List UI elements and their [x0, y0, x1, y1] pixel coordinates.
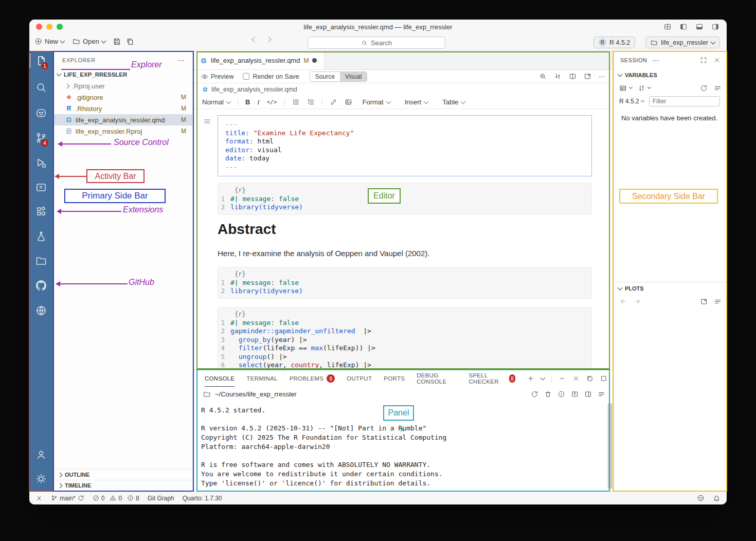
forward-button[interactable]: [266, 38, 271, 42]
export-console-icon[interactable]: [571, 390, 579, 398]
link-button[interactable]: [330, 98, 337, 106]
clear-console-icon[interactable]: [544, 390, 552, 398]
checkbox-icon[interactable]: [243, 73, 249, 80]
quarto-version-status-item[interactable]: Quarto: 1.7.30: [183, 495, 222, 502]
tab-ports[interactable]: PORTS: [384, 370, 405, 387]
file-row[interactable]: R .Rhistory M: [53, 103, 192, 114]
run-debug-icon[interactable]: [35, 157, 47, 169]
format-menu[interactable]: Format: [363, 98, 390, 106]
minimize-panel-icon[interactable]: [559, 375, 566, 382]
settings-gear-icon[interactable]: [35, 473, 47, 485]
tab-problems[interactable]: PROBLEMS8: [290, 370, 335, 387]
explorer-more-actions-icon[interactable]: ⋯: [177, 56, 185, 64]
working-directory[interactable]: ~/Courses/life_exp_rressler: [215, 390, 297, 398]
variables-filter-input[interactable]: [649, 96, 720, 106]
restart-console-icon[interactable]: [531, 390, 538, 398]
tab-console[interactable]: CONSOLE: [205, 370, 235, 387]
compare-changes-icon[interactable]: [554, 73, 562, 80]
file-row[interactable]: life_exp_rressler.Rproj M: [53, 125, 192, 137]
open-plot-window-icon[interactable]: [700, 298, 708, 305]
feedback-smiley-icon[interactable]: [697, 494, 705, 502]
editor-more-actions-icon[interactable]: ⋯: [599, 73, 606, 80]
open-button[interactable]: Open: [73, 38, 105, 45]
block-menu-icon[interactable]: [203, 117, 211, 125]
search-icon[interactable]: [35, 81, 47, 94]
chevron-down-icon[interactable]: [629, 85, 633, 89]
group-variables-icon[interactable]: [619, 84, 627, 92]
explorer-root-folder[interactable]: LIFE_EXP_RRESSLER: [53, 69, 192, 80]
chevron-down-icon[interactable]: [647, 85, 651, 89]
console-output[interactable]: R 4.5.2 started. R version 4.5.2 (2025-1…: [193, 401, 614, 492]
testing-flask-icon[interactable]: [35, 230, 47, 243]
numbered-list-button[interactable]: [307, 98, 315, 106]
table-menu[interactable]: Table: [442, 98, 465, 106]
connections-globe-icon[interactable]: [35, 304, 47, 317]
yaml-metadata-block[interactable]: --- title: "Examine Life Expectancy" for…: [218, 115, 592, 176]
render-on-save-checkbox[interactable]: Render on Save: [243, 73, 299, 80]
toggle-panel-icon[interactable]: [695, 23, 704, 31]
minimize-window-button[interactable]: [46, 24, 52, 30]
remote-indicator-icon[interactable]: [35, 495, 43, 502]
close-window-button[interactable]: [36, 24, 42, 30]
search-input[interactable]: Search: [308, 37, 445, 49]
split-editor-icon[interactable]: [569, 73, 577, 80]
back-button[interactable]: [253, 38, 257, 42]
github-icon[interactable]: [35, 279, 47, 292]
inspect-icon[interactable]: [539, 73, 547, 80]
previous-plot-icon[interactable]: [619, 297, 627, 305]
maximize-panel-icon[interactable]: [600, 375, 607, 382]
chevron-down-icon[interactable]: [541, 375, 546, 381]
insert-menu[interactable]: Insert: [405, 98, 428, 106]
git-graph-status-item[interactable]: Git Graph: [148, 495, 174, 502]
unsaved-dot-icon[interactable]: [312, 58, 317, 63]
session-more-actions-icon[interactable]: ⋯: [652, 56, 660, 64]
new-terminal-icon[interactable]: [527, 375, 534, 382]
code-cell[interactable]: {r} 1#| message: false 2gapminder::gapmi…: [218, 307, 592, 370]
console-scrollbar-thumb[interactable]: [608, 403, 612, 489]
customize-layout-icon[interactable]: [663, 23, 672, 31]
save-all-button[interactable]: [126, 38, 134, 46]
timeline-section[interactable]: TIMELINE: [53, 480, 192, 491]
assistant-icon[interactable]: [35, 107, 47, 119]
console-info-icon[interactable]: [557, 390, 565, 398]
account-icon[interactable]: [35, 448, 47, 461]
open-preview-side-icon[interactable]: [584, 73, 591, 80]
variables-section-header[interactable]: VARIABLES: [614, 69, 727, 81]
editor-content[interactable]: --- title: "Examine Life Expectancy" for…: [193, 109, 614, 370]
code-cell[interactable]: {r} 1#| message: false 2library(tidyvers…: [218, 267, 592, 299]
diagnostics-status[interactable]: 0 0 8: [93, 495, 139, 502]
code-button[interactable]: </>: [267, 99, 277, 105]
toggle-primary-sidebar-icon[interactable]: [679, 23, 688, 31]
project-selector[interactable]: life_exp_rressler: [645, 37, 720, 48]
save-button[interactable]: [113, 38, 121, 46]
tab-spell-checker[interactable]: SPELL CHECKER8: [469, 370, 515, 387]
plots-options-icon[interactable]: [714, 298, 722, 305]
outline-section[interactable]: OUTLINE: [53, 469, 192, 480]
file-row-selected[interactable]: life_exp_analysis_ressler.qmd M: [53, 114, 192, 125]
paragraph-style-dropdown[interactable]: Normal: [202, 98, 230, 106]
preview-button[interactable]: Preview: [201, 73, 233, 80]
tab-output[interactable]: OUTPUT: [347, 370, 372, 387]
image-button[interactable]: [345, 98, 352, 106]
variables-options-icon[interactable]: [714, 84, 722, 92]
editor-tab[interactable]: life_exp_analysis_ressler.qmd M: [193, 51, 325, 69]
file-row[interactable]: .Rproj.user: [53, 80, 192, 92]
console-options-icon[interactable]: [598, 390, 605, 398]
restore-panel-icon[interactable]: [586, 375, 593, 382]
plots-section-header[interactable]: PLOTS: [614, 282, 727, 295]
new-button[interactable]: New: [34, 38, 64, 45]
extensions-icon[interactable]: [35, 205, 47, 218]
zoom-window-button[interactable]: [57, 24, 63, 30]
breadcrumb[interactable]: life_exp_analysis_ressler.qmd: [193, 83, 614, 96]
sort-variables-icon[interactable]: [638, 84, 645, 92]
file-row[interactable]: .gitignore M: [53, 92, 192, 103]
move-console-icon[interactable]: [584, 390, 592, 398]
runtime-selector[interactable]: R 4.5.2: [619, 98, 639, 105]
close-session-icon[interactable]: [713, 57, 721, 64]
review-folder-icon[interactable]: [35, 255, 47, 267]
tab-terminal[interactable]: TERMINAL: [246, 370, 278, 387]
visual-mode-button[interactable]: Visual: [340, 72, 367, 81]
r-version-chip[interactable]: R R 4.5.2: [593, 37, 635, 48]
tab-debug-console[interactable]: DEBUG CONSOLE: [417, 370, 457, 387]
bullet-list-button[interactable]: [292, 98, 300, 106]
